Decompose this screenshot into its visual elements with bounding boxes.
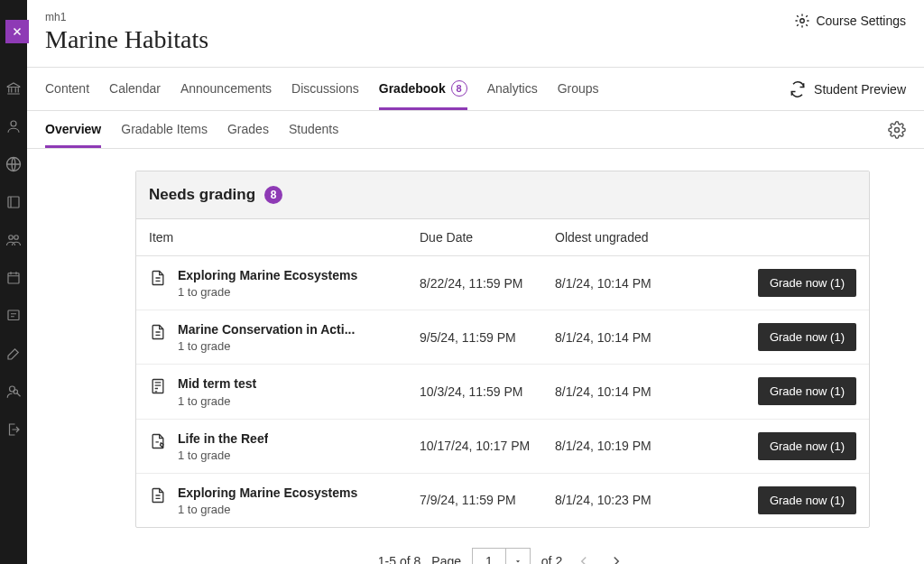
svg-point-9: [800, 19, 805, 23]
grade-now-button[interactable]: Grade now (1): [758, 432, 856, 460]
item-title[interactable]: Exploring Marine Ecosystems: [178, 267, 357, 283]
panel-badge: 8: [264, 186, 282, 204]
pagination: 1-5 of 8 Page 1 of 2: [135, 548, 870, 564]
pager-prev-button[interactable]: [573, 550, 595, 564]
item-due-date: 8/22/24, 11:59 PM: [420, 276, 555, 291]
course-title: Marine Habitats: [45, 25, 208, 54]
left-nav-rail: [0, 0, 27, 564]
tab-gradebook-label: Gradebook: [379, 81, 446, 96]
svg-rect-11: [152, 380, 163, 393]
grade-now-button[interactable]: Grade now (1): [758, 486, 856, 514]
item-subtext: 1 to grade: [178, 503, 357, 516]
subtab-overview[interactable]: Overview: [45, 111, 101, 148]
edit-icon[interactable]: [5, 345, 23, 363]
tab-discussions[interactable]: Discussions: [291, 68, 359, 110]
svg-point-4: [14, 236, 19, 240]
item-title[interactable]: Exploring Marine Ecosystems: [178, 485, 357, 501]
item-subtext: 1 to grade: [178, 448, 268, 462]
tab-announcements[interactable]: Announcements: [180, 68, 272, 110]
pager-caret-icon: [505, 549, 530, 564]
item-oldest-ungraded: 8/1/24, 10:23 PM: [555, 493, 748, 507]
tab-gradebook[interactable]: Gradebook 8: [379, 68, 467, 110]
item-oldest-ungraded: 8/1/24, 10:14 PM: [555, 276, 748, 291]
subtab-gradable-items[interactable]: Gradable Items: [121, 111, 208, 148]
col-header-item: Item: [149, 230, 420, 245]
calendar-icon[interactable]: [5, 269, 23, 287]
pager-next-button[interactable]: [605, 550, 627, 564]
col-header-oldest: Oldest ungraded: [555, 230, 748, 245]
svg-rect-5: [8, 273, 19, 283]
tab-groups[interactable]: Groups: [558, 68, 599, 110]
item-due-date: 7/9/24, 11:59 PM: [420, 493, 555, 507]
subtab-students[interactable]: Students: [289, 111, 338, 148]
panel-title: Needs grading: [149, 186, 255, 204]
item-type-icon: [149, 377, 167, 395]
pager-range: 1-5 of 8: [378, 554, 420, 564]
col-header-due: Due Date: [420, 230, 555, 245]
signout-icon[interactable]: [5, 421, 23, 439]
item-type-icon: [149, 323, 167, 341]
pager-page-label: Page: [431, 554, 461, 564]
item-title[interactable]: Mid term test: [178, 375, 256, 392]
item-subtext: 1 to grade: [178, 285, 357, 299]
grade-now-button[interactable]: Grade now (1): [758, 269, 856, 297]
student-preview-button[interactable]: Student Preview: [789, 80, 906, 98]
item-due-date: 10/17/24, 10:17 PM: [420, 439, 555, 453]
item-subtext: 1 to grade: [178, 394, 256, 408]
breadcrumb: mh1: [45, 11, 208, 23]
globe-icon[interactable]: [5, 155, 23, 173]
item-oldest-ungraded: 8/1/24, 10:14 PM: [555, 384, 748, 399]
pager-current: 1: [473, 554, 505, 564]
institution-icon[interactable]: [5, 79, 23, 97]
item-due-date: 9/5/24, 11:59 PM: [420, 330, 555, 345]
needs-grading-panel: Needs grading 8 Item Due Date Oldest ung…: [135, 171, 870, 528]
table-header-row: Item Due Date Oldest ungraded: [136, 219, 869, 256]
svg-point-10: [895, 127, 900, 132]
svg-point-3: [9, 236, 14, 240]
primary-tabs: Content Calendar Announcements Discussio…: [27, 68, 924, 111]
profile-icon[interactable]: [5, 117, 23, 135]
item-oldest-ungraded: 8/1/24, 10:19 PM: [555, 439, 748, 453]
close-panel-button[interactable]: [5, 20, 29, 43]
course-settings-label: Course Settings: [816, 14, 906, 28]
item-subtext: 1 to grade: [178, 339, 355, 353]
svg-point-8: [14, 390, 18, 394]
courses-icon[interactable]: [5, 193, 23, 211]
table-row: Exploring Marine Ecosystems1 to grade7/9…: [136, 474, 869, 527]
subtab-grades[interactable]: Grades: [227, 111, 269, 148]
item-type-icon: [149, 432, 167, 450]
gradebook-badge: 8: [451, 80, 467, 97]
gradebook-settings-button[interactable]: [888, 114, 906, 146]
item-title[interactable]: Marine Conservation in Acti...: [178, 321, 355, 337]
svg-rect-6: [8, 310, 19, 320]
pager-of-label: of 2: [541, 554, 562, 564]
grade-now-button[interactable]: Grade now (1): [758, 323, 856, 351]
messages-icon[interactable]: [5, 307, 23, 325]
item-type-icon: [149, 486, 167, 504]
search-person-icon[interactable]: [5, 383, 23, 401]
tab-analytics[interactable]: Analytics: [487, 68, 538, 110]
groups-icon[interactable]: [5, 231, 23, 249]
svg-rect-2: [8, 197, 19, 208]
pager-page-select[interactable]: 1: [472, 548, 531, 564]
course-header: mh1 Marine Habitats Course Settings: [27, 0, 924, 68]
tab-calendar[interactable]: Calendar: [109, 68, 161, 110]
item-due-date: 10/3/24, 11:59 PM: [420, 384, 555, 399]
course-settings-button[interactable]: Course Settings: [794, 13, 906, 29]
item-oldest-ungraded: 8/1/24, 10:14 PM: [555, 330, 748, 345]
table-row: Marine Conservation in Acti...1 to grade…: [136, 310, 869, 365]
item-type-icon: [149, 269, 167, 287]
grade-now-button[interactable]: Grade now (1): [758, 377, 856, 405]
item-title[interactable]: Life in the Reef: [178, 430, 268, 447]
gradebook-subtabs: Overview Gradable Items Grades Students: [27, 111, 924, 149]
student-preview-label: Student Preview: [814, 82, 906, 97]
tab-content[interactable]: Content: [45, 68, 89, 110]
table-row: Life in the Reef1 to grade10/17/24, 10:1…: [136, 420, 869, 474]
table-row: Mid term test1 to grade10/3/24, 11:59 PM…: [136, 365, 869, 419]
table-row: Exploring Marine Ecosystems1 to grade8/2…: [136, 256, 869, 310]
svg-point-0: [11, 121, 16, 126]
